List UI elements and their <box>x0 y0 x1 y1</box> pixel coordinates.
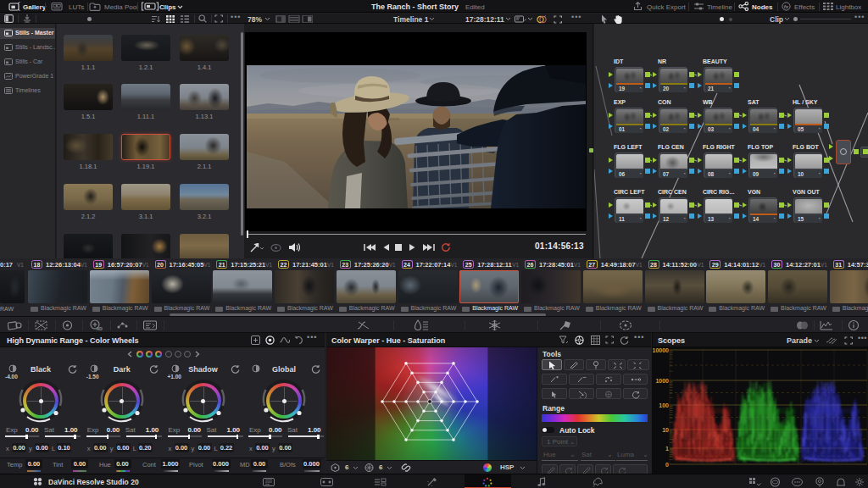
svg-text:100: 100 <box>659 402 669 408</box>
svg-text:10: 10 <box>662 427 669 433</box>
svg-text:1000: 1000 <box>655 378 669 384</box>
svg-text:1: 1 <box>665 446 669 452</box>
svg-text:fx: fx <box>784 4 789 9</box>
svg-text:10000: 10000 <box>653 347 669 353</box>
svg-text:HDR: HDR <box>97 327 103 331</box>
svg-text:0: 0 <box>665 462 669 468</box>
